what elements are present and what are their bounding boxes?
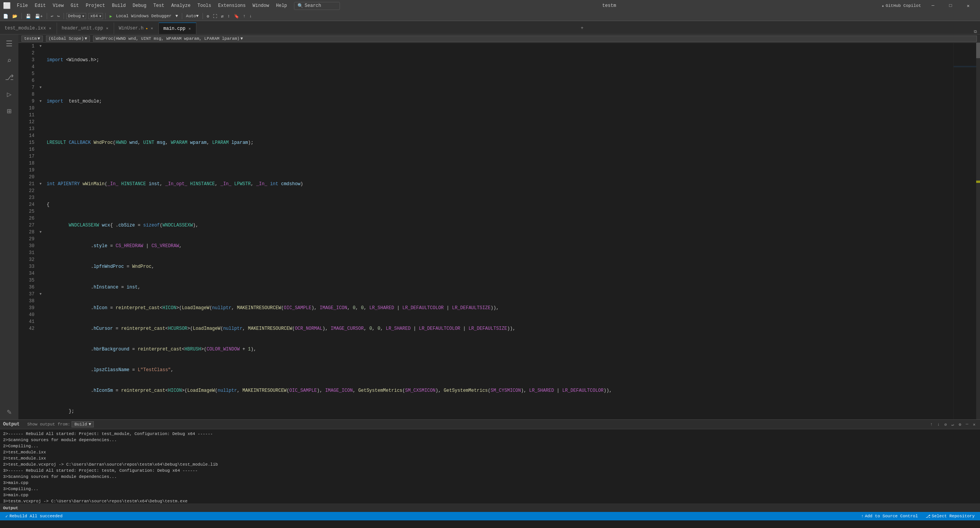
run-debug-icon[interactable]: ▷ [2, 86, 17, 102]
line-num-27: 27 [18, 222, 34, 229]
tab-close-test-module-ixx[interactable]: ✕ [48, 26, 52, 31]
redo-btn[interactable]: ↪ [56, 13, 61, 20]
output-clear[interactable]: ⊘ [943, 421, 949, 428]
search-icon: 🔍 [297, 3, 303, 9]
output-line-7: 3>------ Rebuild All started: Project: t… [3, 468, 977, 474]
toolbar-icon-2[interactable]: ⛶ [211, 13, 219, 20]
code-line-3: import test_module; [47, 98, 953, 105]
menu-edit[interactable]: Edit [32, 2, 49, 10]
search-box[interactable]: 🔍 Search [294, 2, 340, 10]
undo-btn[interactable]: ↩ [49, 13, 55, 20]
save-btn[interactable]: 💾 [24, 13, 33, 20]
tab-close-winuser-h[interactable]: ✕ [150, 26, 154, 31]
tab-add-button[interactable]: + [578, 23, 586, 34]
search-label: Search [305, 3, 321, 8]
code-content[interactable]: import <Windows.h>; import test_module; … [44, 43, 953, 419]
menu-file[interactable]: File [14, 2, 31, 10]
output-header: Output Show output from: Build ▼ ↑ ↓ ⊘ ↵… [0, 420, 980, 429]
close-button[interactable]: ✕ [959, 0, 977, 11]
code-line-2 [47, 77, 953, 84]
fold-37[interactable]: ▼ [38, 291, 44, 298]
fold-9[interactable]: ▼ [38, 98, 44, 105]
menu-git[interactable]: Git [67, 2, 82, 10]
git-changes-icon[interactable]: ✎ [2, 404, 17, 419]
tab-header-unit-cpp[interactable]: header_unit.cpp ✕ [57, 23, 114, 34]
callstack-dropdown[interactable]: Auto ▼ [185, 13, 200, 19]
platform-dropdown[interactable]: x64 ▼ [88, 13, 103, 19]
toolbar-icon-1[interactable]: ⚙ [205, 13, 211, 20]
split-editor-icon[interactable]: ⧉ [974, 29, 977, 34]
config-dropdown[interactable]: Debug ▼ [66, 13, 86, 19]
select-repository-label: Select Repository [932, 514, 975, 518]
tab-close-header-unit-cpp[interactable]: ✕ [105, 26, 109, 31]
open-btn[interactable]: 📂 [11, 13, 19, 20]
tab-label: main.cpp [163, 26, 186, 31]
tab-main-cpp[interactable]: main.cpp ✕ [159, 23, 197, 34]
output-content[interactable]: 2>------ Rebuild All started: Project: t… [0, 429, 980, 504]
menu-tools[interactable]: Tools [194, 2, 214, 10]
toolbar-icon-4[interactable]: ↕ [226, 13, 232, 19]
tab-bar: test_module.ixx ✕ header_unit.cpp ✕ WinU… [0, 21, 980, 34]
fold-27 [38, 222, 44, 229]
fold-21[interactable]: ▼ [38, 181, 44, 187]
menu-test[interactable]: Test [150, 2, 168, 10]
menu-window[interactable]: Window [250, 2, 272, 10]
config-arrow: ▼ [82, 15, 84, 18]
code-line-5: LRESULT CALLBACK WndProc(HWND wnd, UINT … [47, 139, 953, 146]
add-to-source-control[interactable]: ↑ Add to Source Control [859, 514, 920, 518]
search-activity-icon[interactable]: ⌕ [2, 53, 17, 68]
output-wrap[interactable]: ↵ [950, 421, 956, 428]
extensions-icon[interactable]: ⊞ [2, 103, 17, 119]
code-line-9: WNDCLASSEXW wcx{ .cbSize = sizeof(WNDCLA… [47, 222, 953, 229]
project-dropdown[interactable]: testm ▼ [21, 36, 43, 42]
menu-build[interactable]: Build [109, 2, 129, 10]
explorer-icon[interactable]: ☰ [2, 36, 17, 51]
select-repository-button[interactable]: ⎇ Select Repository [923, 514, 977, 519]
scope-label: (Global Scope) [49, 36, 84, 41]
fold-42 [38, 325, 44, 332]
fold-28[interactable]: ▼ [38, 229, 44, 236]
toolbar-icon-7[interactable]: ↓ [248, 13, 253, 19]
tab-winuser-h[interactable]: WinUser.h ● ✕ [114, 23, 159, 34]
source-control-icon[interactable]: ⎇ [2, 70, 17, 85]
menu-project[interactable]: Project [83, 2, 108, 10]
new-project-btn[interactable]: 📄 [2, 13, 10, 20]
start-dropdown[interactable]: ▼ [174, 13, 180, 19]
window-title: testm [340, 3, 879, 8]
menu-help[interactable]: Help [273, 2, 290, 10]
output-scroll-up[interactable]: ↑ [929, 421, 934, 428]
tab-test-module-ixx[interactable]: test_module.ixx ✕ [0, 23, 57, 34]
maximize-button[interactable]: □ [942, 0, 959, 11]
output-source-dropdown[interactable]: Build ▼ [72, 421, 94, 427]
scrollbar-thumb[interactable] [976, 43, 980, 58]
fold-1[interactable]: ▼ [38, 43, 44, 50]
vertical-scrollbar[interactable] [976, 43, 980, 419]
menu-extensions[interactable]: Extensions [215, 2, 249, 10]
save-all-btn[interactable]: 💾+ [33, 13, 44, 20]
start-btn[interactable]: ▶ [108, 13, 114, 20]
tab-label: header_unit.cpp [62, 26, 103, 31]
menu-debug[interactable]: Debug [129, 2, 149, 10]
github-copilot[interactable]: ✦ GitHub Copilot [879, 3, 924, 8]
menu-analyze[interactable]: Analyze [168, 2, 193, 10]
output-close[interactable]: ✕ [971, 421, 977, 428]
tab-close-main-cpp[interactable]: ✕ [188, 26, 191, 31]
toolbar-icon-6[interactable]: ↑ [242, 13, 247, 19]
fold-7[interactable]: ▼ [38, 84, 44, 91]
toolbar-icon-3[interactable]: ⇄ [219, 13, 225, 20]
minimize-button[interactable]: ─ [924, 0, 942, 11]
symbol-dropdown[interactable]: WndProc(HWND wnd, UINT msg, WPARAM wpara… [93, 36, 977, 42]
menu-view[interactable]: View [50, 2, 67, 10]
start-label[interactable]: Local Windows Debugger [114, 13, 173, 19]
code-line-8: { [47, 201, 953, 208]
fold-3 [38, 57, 44, 64]
build-status-item[interactable]: ✓ Rebuild All succeeded [3, 514, 65, 519]
toolbar-icon-5[interactable]: 🔖 [232, 13, 241, 20]
output-settings[interactable]: ⚙ [957, 421, 963, 428]
line-num-15: 15 [18, 139, 34, 146]
scope-dropdown[interactable]: (Global Scope) ▼ [46, 36, 90, 42]
source-control-label: Add to Source Control [865, 514, 918, 518]
status-bar: ✓ Rebuild All succeeded ↑ Add to Source … [0, 512, 980, 520]
output-scroll-down[interactable]: ↓ [936, 421, 941, 428]
output-minimize[interactable]: ─ [964, 421, 970, 428]
